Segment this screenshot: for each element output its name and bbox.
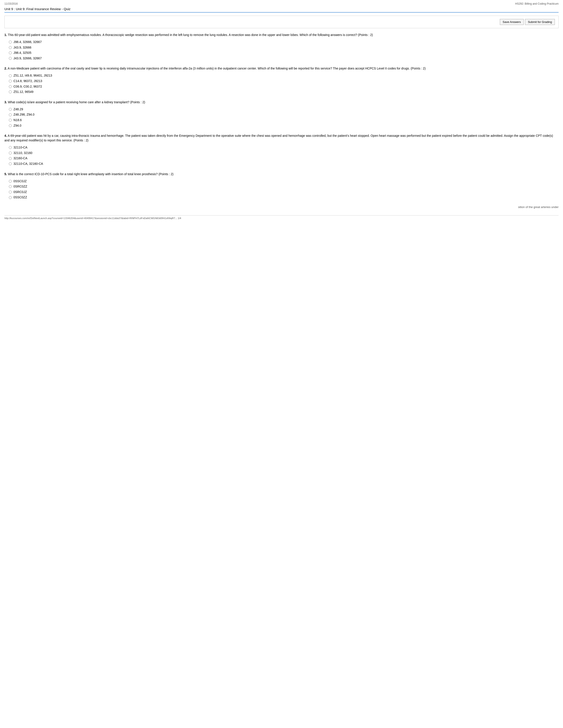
question-3-text: 3. What code(s) is/are assigned for a pa… (4, 100, 559, 105)
question-5-radio-4[interactable] (9, 196, 12, 199)
question-1-option-4-label: J43.9, 32666, 32667 (13, 56, 42, 61)
footer-partial-text: sition of the great arteries under (4, 205, 559, 209)
question-5-options: 0SSC0JZ0SRC0ZZ0SRC0JZ0SSC0ZZ (4, 179, 559, 200)
question-5-option-3[interactable]: 0SRC0JZ (9, 190, 559, 194)
question-1-radio-1[interactable] (9, 41, 12, 43)
question-4: 4. A 69-year-old patient was hit by a ca… (4, 133, 559, 166)
question-3-option-4-label: Z94.0 (13, 124, 21, 128)
course-label: HS292: Billing and Coding Practicum (515, 2, 559, 5)
question-4-radio-3[interactable] (9, 157, 12, 160)
question-5-option-4[interactable]: 0SSC0ZZ (9, 195, 559, 200)
question-2-option-3[interactable]: C06.9, C00.2, 96372 (9, 84, 559, 89)
question-2-option-4-label: Z51.12, 96549 (13, 90, 33, 94)
question-5-radio-3[interactable] (9, 191, 12, 193)
question-4-radio-4[interactable] (9, 162, 12, 165)
question-4-option-1[interactable]: 32110-CA (9, 145, 559, 150)
footer-url: http://kucourses.com/re/DotNextLaunch.as… (4, 215, 559, 220)
question-5: 5. What is the correct ICD-10-PCS code f… (4, 172, 559, 200)
question-5-option-2-label: 0SRC0ZZ (13, 184, 27, 189)
question-4-radio-1[interactable] (9, 146, 12, 149)
question-2-radio-3[interactable] (9, 85, 12, 88)
question-3: 3. What code(s) is/are assigned for a pa… (4, 100, 559, 128)
question-4-text: 4. A 69-year-old patient was hit by a ca… (4, 133, 559, 143)
question-2-option-3-label: C06.9, C00.2, 96372 (13, 84, 42, 89)
question-1-options: J98.4, 32666, 32667J43.9, 32666J98.4, 32… (4, 40, 559, 60)
question-4-options: 32110-CA32110, 3216032160-CA32110-CA, 32… (4, 145, 559, 166)
question-1-option-2-label: J43.9, 32666 (13, 45, 31, 50)
question-5-option-1[interactable]: 0SSC0JZ (9, 179, 559, 184)
question-2-option-1-label: Z51.12, I49.8, 96401, J9213 (13, 73, 52, 78)
question-4-option-2-label: 32110, 32160 (13, 151, 32, 155)
question-3-option-3-label: N18.6 (13, 118, 22, 122)
page-title: Unit 9 : Unit 9: Final Insurance Review … (4, 7, 559, 13)
question-1: 1. This 60-year-old patient was admitted… (4, 33, 559, 60)
question-2-radio-1[interactable] (9, 74, 12, 77)
question-4-option-4-label: 32110-CA, 32160-CA (13, 162, 43, 166)
question-5-option-3-label: 0SRC0JZ (13, 190, 27, 194)
question-1-option-3[interactable]: J98.4, 32505 (9, 51, 559, 55)
question-5-option-4-label: 0SSC0ZZ (13, 195, 27, 200)
question-1-option-1[interactable]: J98.4, 32666, 32667 (9, 40, 559, 44)
question-3-option-1-label: Z48.29 (13, 107, 23, 112)
question-2-option-1[interactable]: Z51.12, I49.8, 96401, J9213 (9, 73, 559, 78)
top-meta-bar: 11/15/2016 HS292: Billing and Coding Pra… (4, 2, 559, 5)
question-2-radio-2[interactable] (9, 80, 12, 83)
question-4-option-3-label: 32160-CA (13, 156, 27, 161)
question-5-option-1-label: 0SSC0JZ (13, 179, 27, 184)
date-label: 11/15/2016 (4, 2, 18, 5)
toolbar-box: Save Answers Submit for Grading (4, 16, 559, 28)
question-1-radio-3[interactable] (9, 51, 12, 54)
question-2: 2. A non-Medicare patient with carcinoma… (4, 66, 559, 94)
question-1-option-3-label: J98.4, 32505 (13, 51, 31, 55)
question-3-radio-1[interactable] (9, 108, 12, 111)
question-2-option-2-label: C14.8, 96372, J9213 (13, 79, 42, 83)
question-2-option-2[interactable]: C14.8, 96372, J9213 (9, 79, 559, 83)
question-5-text: 5. What is the correct ICD-10-PCS code f… (4, 172, 559, 176)
question-5-radio-1[interactable] (9, 180, 12, 183)
question-1-text: 1. This 60-year-old patient was admitted… (4, 33, 559, 37)
questions-container: 1. This 60-year-old patient was admitted… (4, 33, 559, 200)
question-3-options: Z48.29Z48.298, Z94.0N18.6Z94.0 (4, 107, 559, 128)
question-3-option-3[interactable]: N18.6 (9, 118, 559, 122)
question-1-radio-4[interactable] (9, 57, 12, 60)
question-2-options: Z51.12, I49.8, 96401, J9213C14.8, 96372,… (4, 73, 559, 94)
submit-for-grading-button[interactable]: Submit for Grading (525, 19, 555, 25)
question-1-option-4[interactable]: J43.9, 32666, 32667 (9, 56, 559, 61)
question-3-radio-4[interactable] (9, 124, 12, 127)
question-2-text: 2. A non-Medicare patient with carcinoma… (4, 66, 559, 71)
question-3-radio-2[interactable] (9, 113, 12, 116)
question-4-radio-2[interactable] (9, 152, 12, 154)
question-1-option-1-label: J98.4, 32666, 32667 (13, 40, 42, 44)
question-1-radio-2[interactable] (9, 46, 12, 49)
question-3-radio-3[interactable] (9, 119, 12, 122)
question-2-radio-4[interactable] (9, 90, 12, 93)
question-5-option-2[interactable]: 0SRC0ZZ (9, 184, 559, 189)
question-4-option-2[interactable]: 32110, 32160 (9, 151, 559, 155)
question-3-option-1[interactable]: Z48.29 (9, 107, 559, 112)
question-4-option-3[interactable]: 32160-CA (9, 156, 559, 161)
question-3-option-2[interactable]: Z48.298, Z94.0 (9, 113, 559, 117)
question-3-option-4[interactable]: Z94.0 (9, 124, 559, 128)
save-answers-button[interactable]: Save Answers (500, 19, 524, 25)
question-4-option-4[interactable]: 32110-CA, 32160-CA (9, 162, 559, 166)
question-4-option-1-label: 32110-CA (13, 145, 27, 150)
question-1-option-2[interactable]: J43.9, 32666 (9, 45, 559, 50)
question-3-option-2-label: Z48.298, Z94.0 (13, 113, 34, 117)
question-5-radio-2[interactable] (9, 185, 12, 188)
question-2-option-4[interactable]: Z51.12, 96549 (9, 90, 559, 94)
